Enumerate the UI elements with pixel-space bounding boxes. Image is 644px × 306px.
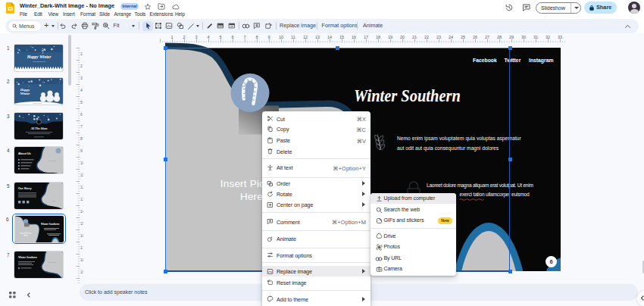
svg-text:33: 33: [558, 35, 562, 39]
svg-text:5: 5: [219, 35, 221, 39]
svg-text:Here: Here: [23, 233, 28, 236]
svg-text:1: 1: [170, 35, 173, 39]
svg-text:8: 8: [80, 136, 83, 141]
svg-text:10: 10: [279, 35, 283, 39]
svg-text:Happy Winter: Happy Winter: [27, 55, 52, 59]
svg-text:30: 30: [521, 35, 526, 39]
svg-text:12: 12: [303, 35, 308, 39]
svg-text:27: 27: [485, 35, 489, 39]
svg-text:Winter: Winter: [20, 92, 30, 95]
svg-text:lorem ipsum dolor sit: lorem ipsum dolor sit: [33, 61, 45, 62]
svg-text:2: 2: [183, 35, 185, 39]
svg-text:12: 12: [80, 185, 83, 189]
svg-text:11: 11: [80, 173, 83, 177]
svg-text:5: 5: [80, 100, 83, 105]
svg-text:Winter Southern: Winter Southern: [18, 256, 37, 259]
svg-text:14: 14: [80, 209, 83, 214]
svg-text:lorem: lorem: [52, 200, 56, 201]
svg-text:3: 3: [80, 76, 83, 80]
svg-text:lorem ipsum: lorem ipsum: [48, 261, 56, 263]
svg-text:13: 13: [80, 197, 83, 201]
svg-text:29: 29: [509, 35, 514, 39]
svg-text:11: 11: [291, 35, 295, 39]
svg-text:19: 19: [388, 35, 392, 39]
svg-text:15: 15: [80, 221, 83, 226]
svg-text:9: 9: [80, 148, 83, 153]
svg-text:17: 17: [364, 35, 368, 39]
svg-text:18: 18: [80, 258, 83, 262]
svg-text:24: 24: [449, 35, 453, 39]
svg-text:19: 19: [80, 270, 83, 274]
svg-text:31: 31: [533, 35, 538, 39]
svg-text:15: 15: [339, 35, 344, 39]
svg-text:18: 18: [376, 35, 380, 39]
svg-text:25: 25: [461, 35, 465, 39]
svg-text:Winter Southern: Winter Southern: [40, 223, 59, 226]
svg-text:Our Story: Our Story: [18, 187, 32, 190]
svg-text:4: 4: [207, 35, 209, 39]
svg-text:2: 2: [80, 64, 83, 68]
svg-text:8: 8: [255, 35, 258, 39]
svg-text:6: 6: [80, 112, 83, 117]
svg-text:10: 10: [80, 161, 83, 165]
svg-text:13: 13: [315, 35, 320, 39]
svg-text:20: 20: [400, 35, 405, 39]
svg-text:1: 1: [80, 52, 83, 56]
svg-text:lorem ipsum: lorem ipsum: [48, 160, 56, 161]
svg-text:16: 16: [352, 35, 356, 39]
svg-text:32: 32: [546, 35, 550, 39]
svg-text:21: 21: [412, 35, 417, 39]
svg-text:28: 28: [497, 35, 502, 39]
svg-text:14: 14: [327, 35, 332, 39]
svg-text:9: 9: [267, 35, 270, 39]
svg-text:Season 2023: Season 2023: [33, 102, 42, 104]
svg-text:17: 17: [80, 245, 83, 250]
svg-text:3: 3: [195, 35, 197, 39]
svg-text:16: 16: [80, 233, 83, 238]
svg-text:4: 4: [80, 88, 83, 92]
svg-text:22: 22: [424, 35, 429, 39]
svg-text:26: 26: [473, 35, 477, 39]
svg-text:6: 6: [231, 35, 233, 39]
svg-text:23: 23: [436, 35, 441, 39]
svg-text:7: 7: [243, 35, 245, 39]
svg-text:All The Ideas: All The Ideas: [30, 126, 48, 130]
svg-text:7: 7: [80, 124, 83, 129]
svg-text:About Us: About Us: [18, 152, 31, 155]
